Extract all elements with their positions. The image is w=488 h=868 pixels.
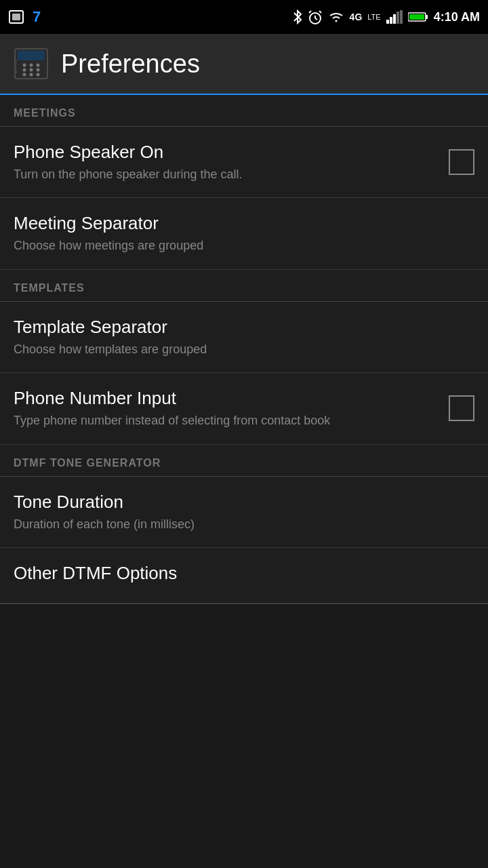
alarm-icon <box>308 9 323 24</box>
svg-point-22 <box>37 68 40 72</box>
section-header-meetings: MEETINGS <box>0 95 488 126</box>
section-title-templates: TEMPLATES <box>14 282 85 294</box>
svg-point-20 <box>23 68 26 72</box>
desk-phone-icon <box>14 46 49 81</box>
status-left: 7 <box>8 8 41 26</box>
section-header-templates: TEMPLATES <box>0 270 488 301</box>
pref-subtitle-phone-number-input: Type phone number instead of selecting f… <box>14 413 435 429</box>
pref-text-tone-duration: Tone Duration Duration of each tone (in … <box>14 492 461 532</box>
signal-icon <box>386 10 403 24</box>
bluetooth-icon <box>293 9 302 24</box>
svg-point-17 <box>23 64 26 67</box>
app-icon <box>14 46 49 81</box>
app-header: Preferences <box>0 34 488 95</box>
svg-point-23 <box>23 73 26 77</box>
pref-title-meeting-separator: Meeting Separator <box>14 213 461 234</box>
pref-text-phone-number-input: Phone Number Input Type phone number ins… <box>14 388 435 429</box>
svg-line-4 <box>315 18 317 20</box>
checkbox-phone-speaker[interactable] <box>449 149 474 175</box>
pref-item-tone-duration[interactable]: Tone Duration Duration of each tone (in … <box>0 477 488 548</box>
pref-item-phone-number-input[interactable]: Phone Number Input Type phone number ins… <box>0 373 488 444</box>
svg-point-21 <box>30 68 33 72</box>
svg-point-25 <box>37 73 40 77</box>
pref-text-meeting-separator: Meeting Separator Choose how meetings ar… <box>14 213 461 254</box>
svg-rect-1 <box>12 14 20 20</box>
section-title-meetings: MEETINGS <box>14 107 76 119</box>
pref-item-phone-speaker-on[interactable]: Phone Speaker On Turn on the phone speak… <box>0 127 488 198</box>
pref-title-template-separator: Template Separator <box>14 317 461 338</box>
svg-rect-14 <box>409 14 424 20</box>
page-title: Preferences <box>61 50 200 79</box>
lte-icon: 4G <box>350 12 363 22</box>
pref-item-template-separator[interactable]: Template Separator Choose how templates … <box>0 302 488 373</box>
pref-subtitle-template-separator: Choose how templates are grouped <box>14 342 461 357</box>
battery-icon <box>408 12 428 22</box>
pref-title-phone-speaker: Phone Speaker On <box>14 142 435 163</box>
pref-title-tone-duration: Tone Duration <box>14 492 461 513</box>
svg-line-5 <box>309 11 311 13</box>
pref-item-other-dtmf-options[interactable]: Other DTMF Options <box>0 548 488 604</box>
svg-rect-13 <box>426 15 428 19</box>
checkbox-phone-number-input[interactable] <box>449 395 474 421</box>
pref-title-other-dtmf-options: Other DTMF Options <box>14 563 461 584</box>
wifi-icon <box>328 10 344 24</box>
svg-point-18 <box>30 64 33 67</box>
pref-item-meeting-separator[interactable]: Meeting Separator Choose how meetings ar… <box>0 198 488 269</box>
svg-rect-11 <box>400 10 403 24</box>
section-title-dtmf: DTMF TONE GENERATOR <box>14 457 161 469</box>
svg-rect-16 <box>18 51 45 60</box>
status-right: 4G LTE 4:10 AM <box>293 9 480 24</box>
t7-icon: 7 <box>33 8 41 26</box>
status-time: 4:10 AM <box>434 10 480 24</box>
svg-rect-10 <box>396 12 399 24</box>
svg-point-24 <box>30 73 33 77</box>
pref-text-template-separator: Template Separator Choose how templates … <box>14 317 461 357</box>
pref-text-other-dtmf-options: Other DTMF Options <box>14 563 461 588</box>
svg-line-6 <box>319 11 321 13</box>
divider-bottom <box>0 604 488 604</box>
svg-rect-9 <box>393 14 396 24</box>
pref-subtitle-meeting-separator: Choose how meetings are grouped <box>14 238 461 254</box>
pref-title-phone-number-input: Phone Number Input <box>14 388 435 409</box>
section-header-dtmf: DTMF TONE GENERATOR <box>0 445 488 476</box>
svg-rect-7 <box>386 20 389 24</box>
lte-text: LTE <box>367 13 380 21</box>
pref-subtitle-tone-duration: Duration of each tone (in millisec) <box>14 517 461 532</box>
svg-point-19 <box>37 64 40 67</box>
sim-card-icon <box>8 10 27 24</box>
pref-subtitle-phone-speaker: Turn on the phone speaker during the cal… <box>14 167 435 182</box>
preferences-content: MEETINGS Phone Speaker On Turn on the ph… <box>0 95 488 604</box>
status-bar: 7 4G LTE <box>0 0 488 34</box>
pref-text-phone-speaker: Phone Speaker On Turn on the phone speak… <box>14 142 435 182</box>
svg-rect-8 <box>390 17 392 24</box>
